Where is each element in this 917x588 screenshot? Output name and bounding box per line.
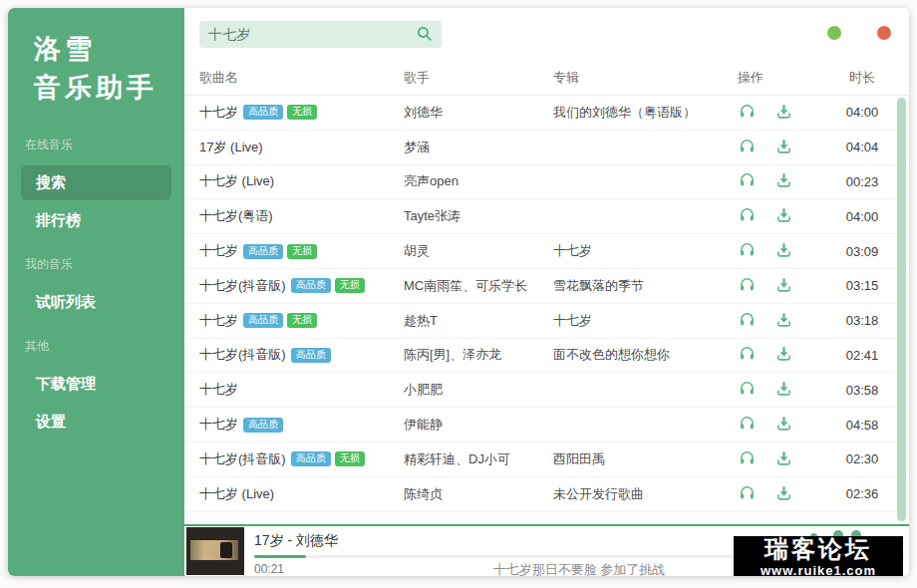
download-button[interactable]	[774, 139, 792, 156]
search-button[interactable]	[406, 21, 442, 48]
app-window: 洛雪 音乐助手 在线音乐 搜索 排行榜 我的音乐 试听列表 其他 下载管理 设置	[8, 8, 909, 576]
download-button[interactable]	[774, 485, 792, 503]
table-row[interactable]: 十七岁(粤语) Tayte张涛	[184, 199, 909, 234]
table-row[interactable]: 十七岁(抖音版) 高品质无损 精彩轩迪、DJ小可 酉阳田禹	[184, 442, 909, 477]
quality-badge: 高品质	[243, 244, 283, 259]
table-row[interactable]: 十七岁(抖音版) 高品质 陈丙[男]、泽亦龙 面不改色的想你想你	[184, 339, 909, 374]
download-button[interactable]	[774, 277, 792, 295]
listen-button[interactable]	[738, 242, 756, 260]
song-badges: 高品质无损	[243, 105, 317, 120]
sidebar-item-download-manager[interactable]: 下载管理	[21, 367, 171, 402]
artist-cell: 小肥肥	[404, 381, 553, 399]
actions-cell	[728, 139, 822, 156]
download-icon	[775, 241, 792, 261]
download-icon	[775, 171, 792, 191]
song-badges: 高品质无损	[243, 313, 317, 328]
duration-cell: 00:23	[822, 174, 902, 189]
listen-button[interactable]	[738, 485, 756, 503]
quality-badge: 高品质	[291, 451, 331, 466]
artist-cell: Tayte张涛	[404, 207, 553, 225]
download-button[interactable]	[774, 381, 792, 399]
album-cell: 未公开发行歌曲	[553, 485, 728, 503]
table-row[interactable]: 十七岁 高品质 伊能静	[184, 408, 909, 442]
table-row[interactable]: 十七岁 高品质无损 刘德华 我们的刘德华（粤语版）	[184, 96, 909, 131]
headphones-icon	[739, 415, 756, 435]
column-header-album: 专辑	[553, 69, 728, 87]
column-header-artist: 歌手	[404, 69, 553, 87]
download-icon	[775, 276, 792, 296]
download-icon	[775, 138, 792, 157]
column-header-actions: 操作	[728, 69, 822, 87]
duration-cell: 02:30	[822, 451, 902, 466]
minimize-button[interactable]	[827, 26, 841, 40]
search-input[interactable]	[199, 21, 406, 48]
nav-section-online-music: 在线音乐	[8, 122, 184, 162]
download-button[interactable]	[774, 207, 792, 225]
listen-button[interactable]	[738, 104, 756, 122]
artist-cell: 刘德华	[404, 104, 553, 122]
listen-button[interactable]	[738, 416, 756, 434]
listen-button[interactable]	[738, 277, 756, 295]
table-row[interactable]: 十七岁 高品质无损 趁热T 十七岁	[184, 304, 909, 339]
song-title: 十七岁	[199, 381, 238, 399]
sidebar-item-leaderboard[interactable]: 排行榜	[21, 203, 171, 238]
listen-button[interactable]	[738, 207, 756, 225]
sidebar-nav: 在线音乐 搜索 排行榜 我的音乐 试听列表 其他 下载管理 设置	[8, 122, 184, 440]
download-button[interactable]	[774, 450, 792, 468]
download-button[interactable]	[774, 346, 792, 364]
headphones-icon	[739, 380, 756, 400]
headphones-icon	[739, 103, 756, 123]
table-row[interactable]: 十七岁 (Live) 陈绮贞 未公开发行歌曲	[184, 477, 909, 512]
headphones-icon	[739, 345, 756, 365]
song-cell: 17岁 (Live)	[199, 139, 404, 156]
headphones-icon	[739, 311, 756, 331]
table-row[interactable]: 十七岁 高品质无损 胡灵 十七岁	[184, 234, 909, 269]
download-button[interactable]	[774, 242, 792, 260]
download-button[interactable]	[774, 416, 792, 434]
duration-cell: 04:00	[822, 209, 902, 224]
download-button[interactable]	[774, 104, 792, 122]
progress-fill	[254, 555, 306, 558]
vertical-scrollbar[interactable]	[897, 98, 906, 521]
listen-button[interactable]	[738, 139, 756, 156]
table-row[interactable]: 十七岁(抖音版) 高品质无损 MC南雨笙、可乐学长 雪花飘落的季节	[184, 269, 909, 304]
song-cell: 十七岁 (Live)	[199, 172, 404, 190]
listen-button[interactable]	[738, 346, 756, 364]
headphones-icon	[739, 241, 756, 261]
close-button[interactable]	[877, 26, 891, 40]
album-art[interactable]	[186, 527, 244, 575]
artist-cell: 伊能静	[404, 416, 553, 434]
actions-cell	[728, 104, 822, 122]
song-title: 十七岁(抖音版)	[199, 450, 286, 468]
player-bar: 17岁 - 刘德华 00:21 十七岁那日不要脸 参加了挑战 瑞客论坛 www.…	[184, 524, 909, 576]
listen-button[interactable]	[738, 450, 756, 468]
listen-button[interactable]	[738, 312, 756, 330]
headphones-icon	[739, 276, 756, 296]
app-logo-line1: 洛雪	[34, 30, 184, 69]
sidebar-item-listen-list[interactable]: 试听列表	[21, 285, 171, 320]
listen-button[interactable]	[738, 172, 756, 190]
headphones-icon	[739, 449, 756, 469]
actions-cell	[728, 381, 822, 399]
download-button[interactable]	[774, 312, 792, 330]
song-cell: 十七岁 高品质无损	[199, 312, 404, 330]
actions-cell	[728, 172, 822, 190]
sidebar-item-search[interactable]: 搜索	[21, 165, 171, 200]
table-header: 歌曲名 歌手 专辑 操作 时长	[184, 60, 909, 96]
album-cell: 十七岁	[553, 312, 728, 330]
listen-button[interactable]	[738, 381, 756, 399]
download-icon	[775, 415, 792, 435]
song-title: 十七岁	[199, 312, 238, 330]
actions-cell	[728, 242, 822, 260]
sidebar-item-settings[interactable]: 设置	[21, 405, 171, 440]
artist-cell: 梦涵	[404, 139, 553, 156]
duration-cell: 03:18	[822, 313, 902, 328]
table-row[interactable]: 17岁 (Live) 梦涵	[184, 131, 909, 165]
artist-cell: 趁热T	[404, 312, 553, 330]
download-button[interactable]	[774, 172, 792, 190]
table-row[interactable]: 十七岁 小肥肥	[184, 373, 909, 408]
table-row[interactable]: 十七岁 (Live) 亮声open	[184, 165, 909, 200]
duration-cell: 04:00	[822, 105, 902, 120]
quality-badge: 高品质	[291, 348, 331, 363]
quality-badge: 高品质	[243, 105, 283, 120]
